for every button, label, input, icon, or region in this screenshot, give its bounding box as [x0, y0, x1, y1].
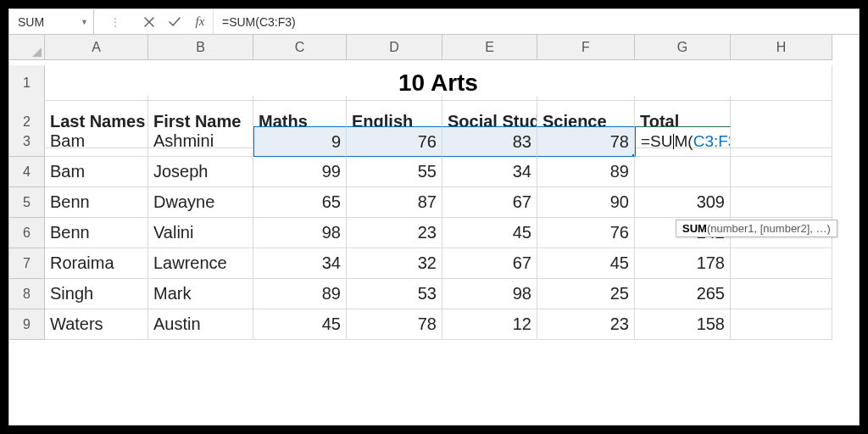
- cell-D6[interactable]: 23: [347, 218, 442, 248]
- col-header-E[interactable]: E: [442, 35, 537, 60]
- col-header-B[interactable]: B: [148, 35, 253, 60]
- cell-G7[interactable]: 178: [635, 248, 731, 279]
- confirm-formula-button[interactable]: [162, 9, 187, 34]
- cell-H9[interactable]: [731, 309, 832, 340]
- cell-G5[interactable]: 309: [635, 187, 731, 218]
- cell-F4[interactable]: 89: [537, 157, 635, 187]
- chevron-down-icon: ▼: [81, 18, 88, 26]
- cell-B8[interactable]: Mark: [148, 279, 253, 309]
- cell-D4[interactable]: 55: [347, 157, 442, 187]
- cell-A7[interactable]: Roraima: [45, 248, 148, 279]
- cell-A9[interactable]: Waters: [45, 309, 148, 340]
- cell-E8[interactable]: 98: [442, 279, 537, 309]
- cell-F8[interactable]: 25: [537, 279, 635, 309]
- spreadsheet-window: SUM ▼ ⋮ fx =SUM(C3:F3) A B C D E F G H 1…: [8, 8, 860, 426]
- cell-F7[interactable]: 45: [537, 248, 635, 279]
- name-box[interactable]: SUM ▼: [9, 9, 94, 34]
- spreadsheet-grid[interactable]: A B C D E F G H 1 10 Arts 2 Last Names F…: [9, 35, 859, 340]
- cell-E5[interactable]: 67: [442, 187, 537, 218]
- cell-H8[interactable]: [731, 279, 832, 309]
- row-header-5[interactable]: 5: [9, 187, 45, 218]
- cell-E7[interactable]: 67: [442, 248, 537, 279]
- row-header-9[interactable]: 9: [9, 309, 45, 340]
- cell-E9[interactable]: 12: [442, 309, 537, 340]
- cell-F5[interactable]: 90: [537, 187, 635, 218]
- function-tooltip: SUM(number1, [number2], …): [676, 220, 837, 237]
- cell-A3[interactable]: Bam: [45, 126, 148, 157]
- cell-D3[interactable]: 76: [347, 126, 442, 157]
- cell-H4[interactable]: [731, 157, 832, 187]
- fx-label: fx: [196, 14, 205, 29]
- cell-G3-active[interactable]: =SUM(C3:F3): [635, 126, 731, 157]
- cell-G9[interactable]: 158: [635, 309, 731, 340]
- cell-D8[interactable]: 53: [347, 279, 442, 309]
- cell-H3[interactable]: [731, 126, 832, 157]
- cell-D9[interactable]: 78: [347, 309, 442, 340]
- cell-A5[interactable]: Benn: [45, 187, 148, 218]
- row-header-8[interactable]: 8: [9, 279, 45, 309]
- row-header-3[interactable]: 3: [9, 126, 45, 157]
- col-header-H[interactable]: H: [731, 35, 832, 60]
- cell-B9[interactable]: Austin: [148, 309, 253, 340]
- cell-B7[interactable]: Lawrence: [148, 248, 253, 279]
- cell-B6[interactable]: Valini: [148, 218, 253, 248]
- cell-E6[interactable]: 45: [442, 218, 537, 248]
- cell-C6[interactable]: 98: [253, 218, 347, 248]
- cell-F3[interactable]: 78: [537, 126, 635, 157]
- insert-function-button[interactable]: fx: [187, 9, 213, 34]
- cell-C5[interactable]: 65: [253, 187, 347, 218]
- col-header-C[interactable]: C: [253, 35, 347, 60]
- cell-A4[interactable]: Bam: [45, 157, 148, 187]
- col-header-D[interactable]: D: [347, 35, 442, 60]
- cell-B4[interactable]: Joseph: [148, 157, 253, 187]
- cell-A6[interactable]: Benn: [45, 218, 148, 248]
- tooltip-args: (number1, [number2], …): [707, 222, 831, 235]
- cell-F6[interactable]: 76: [537, 218, 635, 248]
- cell-A8[interactable]: Singh: [45, 279, 148, 309]
- cell-D5[interactable]: 87: [347, 187, 442, 218]
- cell-C3[interactable]: 9: [253, 126, 347, 157]
- cell-B3[interactable]: Ashmini: [148, 126, 253, 157]
- tooltip-func: SUM: [682, 222, 707, 235]
- cell-C9[interactable]: 45: [253, 309, 347, 340]
- cell-C4[interactable]: 99: [253, 157, 347, 187]
- cell-E4[interactable]: 34: [442, 157, 537, 187]
- cancel-formula-button[interactable]: [136, 9, 162, 34]
- row-header-4[interactable]: 4: [9, 157, 45, 187]
- name-box-value: SUM: [18, 15, 44, 29]
- formula-bar-divider: ⋮: [94, 9, 136, 34]
- cell-G4[interactable]: [635, 157, 731, 187]
- formula-input-value: =SUM(C3:F3): [222, 15, 296, 29]
- formula-bar: SUM ▼ ⋮ fx =SUM(C3:F3): [9, 9, 859, 35]
- col-header-A[interactable]: A: [45, 35, 148, 60]
- cell-H5[interactable]: [731, 187, 832, 218]
- cell-H7[interactable]: [731, 248, 832, 279]
- row-header-6[interactable]: 6: [9, 218, 45, 248]
- col-header-F[interactable]: F: [537, 35, 635, 60]
- select-all-corner[interactable]: [9, 35, 45, 60]
- cell-D7[interactable]: 32: [347, 248, 442, 279]
- col-header-G[interactable]: G: [635, 35, 731, 60]
- formula-input[interactable]: =SUM(C3:F3): [213, 9, 859, 34]
- cell-B5[interactable]: Dwayne: [148, 187, 253, 218]
- row-header-7[interactable]: 7: [9, 248, 45, 279]
- cell-C7[interactable]: 34: [253, 248, 347, 279]
- cell-C8[interactable]: 89: [253, 279, 347, 309]
- cell-F9[interactable]: 23: [537, 309, 635, 340]
- cell-E3[interactable]: 83: [442, 126, 537, 157]
- cell-G8[interactable]: 265: [635, 279, 731, 309]
